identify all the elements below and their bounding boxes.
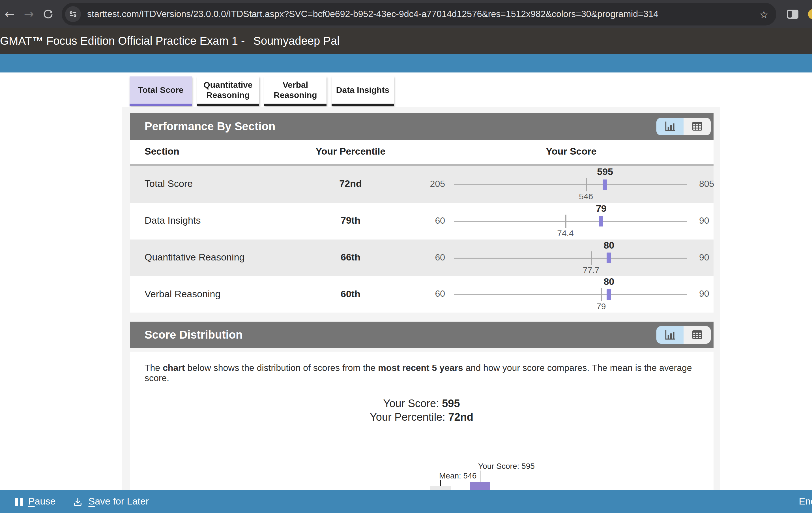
distribution-chart-view-button[interactable] xyxy=(656,326,683,344)
description-text: below shows the distribution of scores f… xyxy=(185,363,378,372)
slider-min-label: 60 xyxy=(414,216,445,226)
reload-icon[interactable] xyxy=(39,0,57,28)
performance-table: Section Your Percentile Your Score Total… xyxy=(130,140,713,313)
tab-verbal-reasoning[interactable]: Verbal Reasoning xyxy=(264,76,326,106)
slider-max-label: 90 xyxy=(699,216,709,226)
your-score-value: 595 xyxy=(442,397,460,409)
score-slider: 60 90 74.4 79 xyxy=(454,203,687,240)
section-tabs: Total ScoreQuantitative ReasoningVerbal … xyxy=(129,76,394,106)
mean-tick xyxy=(591,251,592,265)
row-percentile-value: 79th xyxy=(305,215,396,226)
bar-chart-icon xyxy=(664,328,676,341)
distribution-panel: The chart below shows the distribution o… xyxy=(130,351,713,513)
slider-max-label: 90 xyxy=(699,289,709,299)
end-button[interactable]: End xyxy=(799,496,812,507)
mean-value-label: 74.4 xyxy=(557,228,574,238)
performance-section-header: Performance By Section xyxy=(130,113,713,140)
column-header-score: Your Score xyxy=(526,146,616,158)
site-settings-icon[interactable] xyxy=(65,6,81,22)
mean-value-label: 79 xyxy=(597,301,606,311)
slider-max-label: 805 xyxy=(699,179,714,189)
score-slider: 205 805 546 595 xyxy=(454,166,687,203)
user-name: Soumyadeep Pal xyxy=(253,34,340,48)
table-row: Total Score 72nd 205 805 546 595 xyxy=(130,166,713,203)
performance-rows: Total Score 72nd 205 805 546 595 Data In… xyxy=(130,166,713,313)
score-value-label: 595 xyxy=(597,166,613,178)
save-label: ave for Later xyxy=(95,496,149,507)
forward-icon[interactable]: → xyxy=(20,0,37,28)
exam-title-bar: GMAT™ Focus Edition Official Practice Ex… xyxy=(0,28,812,54)
address-bar[interactable]: starttest.com/ITDVersions/23.0.0.0/ITDSt… xyxy=(62,3,776,25)
score-marker xyxy=(607,289,611,300)
profile-avatar[interactable] xyxy=(808,9,812,19)
content-container: Performance By Section xyxy=(122,107,720,513)
performance-title: Performance By Section xyxy=(145,120,275,133)
histogram-score-pointer-line xyxy=(480,470,481,482)
exam-title: GMAT™ Focus Edition Official Practice Ex… xyxy=(0,34,245,48)
column-header-section: Section xyxy=(145,146,179,158)
description-bold: chart xyxy=(163,363,185,372)
mean-value-label: 546 xyxy=(579,191,593,201)
table-grid-icon xyxy=(691,328,703,341)
histogram-mean-pointer-line xyxy=(440,480,440,486)
score-marker xyxy=(603,179,607,190)
your-percentile-label: Your Percentile: xyxy=(370,411,448,423)
histogram-score-annotation: Your Score: 595 xyxy=(478,461,535,470)
bookmark-star-icon[interactable]: ☆ xyxy=(759,8,768,20)
slider-track xyxy=(454,184,687,185)
mean-tick xyxy=(601,288,602,301)
side-panel-icon-inner xyxy=(788,11,792,18)
distribution-view-toggle xyxy=(656,326,710,344)
top-accent-bar xyxy=(0,54,812,73)
table-row: Verbal Reasoning 60th 60 90 79 80 xyxy=(130,276,713,313)
browser-toolbar: ← → starttest.com/ITDVersions/23.0.0.0/I… xyxy=(0,0,812,28)
mean-tick xyxy=(586,178,587,191)
side-panel-icon[interactable] xyxy=(787,10,799,19)
score-slider: 60 90 79 80 xyxy=(454,276,687,313)
exam-footer-bar: Pause Save for Later End xyxy=(0,490,812,513)
slider-track xyxy=(454,221,687,222)
back-icon[interactable]: ← xyxy=(1,0,18,28)
distribution-title: Score Distribution xyxy=(145,328,243,341)
bar-chart-icon xyxy=(664,120,676,133)
row-section-label: Total Score xyxy=(145,179,193,190)
distribution-description: The chart below shows the distribution o… xyxy=(145,363,702,383)
your-score-line: Your Score: 595 xyxy=(130,397,713,410)
score-marker xyxy=(607,252,611,263)
slider-min-label: 60 xyxy=(414,252,445,263)
row-section-label: Verbal Reasoning xyxy=(145,289,221,300)
your-percentile-line: Your Percentile: 72nd xyxy=(130,410,713,424)
row-section-label: Data Insights xyxy=(145,215,201,226)
slider-min-label: 205 xyxy=(414,179,445,189)
table-grid-icon xyxy=(691,120,703,133)
row-percentile-value: 60th xyxy=(305,289,396,300)
tab-data-insights[interactable]: Data Insights xyxy=(331,76,394,106)
tab-quantitative-reasoning[interactable]: Quantitative Reasoning xyxy=(197,76,259,106)
page: ← → starttest.com/ITDVersions/23.0.0.0/I… xyxy=(0,0,812,513)
score-marker xyxy=(599,216,604,227)
mean-tick xyxy=(566,215,567,228)
performance-view-toggle xyxy=(656,117,710,135)
distribution-table-view-button[interactable] xyxy=(683,326,710,344)
table-row: Data Insights 79th 60 90 74.4 79 xyxy=(130,203,713,240)
pause-icon xyxy=(15,497,23,506)
pause-button[interactable]: Pause xyxy=(15,496,55,507)
row-percentile-value: 66th xyxy=(305,252,396,263)
score-value-label: 80 xyxy=(604,240,614,251)
score-value-label: 80 xyxy=(604,277,614,288)
slider-min-label: 60 xyxy=(414,289,445,299)
save-for-later-button[interactable]: Save for Later xyxy=(72,496,149,507)
download-icon xyxy=(72,496,83,507)
description-text: The xyxy=(145,363,163,372)
table-view-button[interactable] xyxy=(683,117,710,135)
pause-label: ause xyxy=(35,496,56,507)
chart-view-button[interactable] xyxy=(656,117,683,135)
score-slider: 60 90 77.7 80 xyxy=(454,239,687,276)
url-text: starttest.com/ITDVersions/23.0.0.0/ITDSt… xyxy=(87,9,759,19)
tab-total-score[interactable]: Total Score xyxy=(129,76,192,106)
slider-track xyxy=(454,258,687,259)
mean-value-label: 77.7 xyxy=(583,265,599,274)
column-header-percentile: Your Percentile xyxy=(305,146,396,158)
save-label-key: S xyxy=(88,496,95,507)
histogram-mean-annotation: Mean: 546 xyxy=(439,471,476,480)
